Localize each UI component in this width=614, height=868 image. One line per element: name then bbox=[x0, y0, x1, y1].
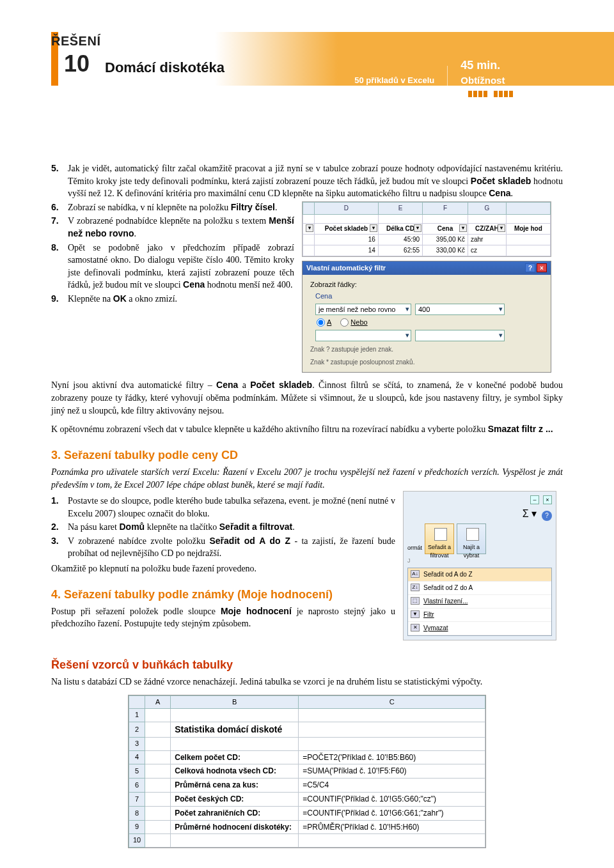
dropdown-icon[interactable]: ▾ bbox=[414, 224, 421, 232]
radio-and[interactable]: A bbox=[317, 318, 331, 327]
formulas-text: Na listu s databází CD se žádné vzorce n… bbox=[51, 676, 563, 688]
dialog-title: Vlastní automatický filtr bbox=[306, 263, 386, 273]
statistics-table-screenshot: A B C 12Statistika domácí diskoté34Celke… bbox=[128, 695, 486, 848]
hint-1: Znak ? zastupuje jeden znak. bbox=[310, 345, 543, 354]
note-older-excel: Poznámka pro uživatele starších verzí Ex… bbox=[51, 466, 563, 491]
menu-filter[interactable]: ▼Filtr bbox=[408, 608, 551, 622]
close-icon[interactable]: × bbox=[537, 263, 547, 272]
dropdown-icon[interactable]: ▾ bbox=[306, 224, 313, 232]
paragraph-filters-active: Nyní jsou aktivní dva automatické filtry… bbox=[51, 379, 563, 417]
difficulty-min: 0 bbox=[460, 88, 465, 100]
page-title: Domácí diskotéka bbox=[105, 58, 224, 78]
show-rows-label: Zobrazit řádky: bbox=[310, 280, 543, 290]
section-label: ŘEŠENÍ bbox=[51, 32, 90, 50]
menu-sort-za[interactable]: Z↓Seřadit od Z do A bbox=[408, 582, 551, 595]
dropdown-icon[interactable]: ▾ bbox=[498, 224, 505, 232]
value2-combo[interactable] bbox=[415, 330, 505, 341]
menu-custom-sort[interactable]: ⬚Vlastní řazení... bbox=[408, 595, 551, 608]
difficulty-box: 45 min. Obtížnost 0 10 bbox=[460, 58, 524, 103]
step-6: 6.Zobrazí se nabídka, v ní klepněte na p… bbox=[51, 201, 294, 214]
section-number: 10 bbox=[51, 52, 90, 75]
sort-menu: A↓Seřadit od A do Z Z↓Seřadit od Z do A … bbox=[407, 568, 552, 636]
step-7: 7.V zobrazené podnabídce klepněte na pol… bbox=[51, 215, 294, 240]
book-subtitle: 50 příkladů v Excelu bbox=[354, 75, 434, 86]
operator2-combo[interactable] bbox=[315, 330, 411, 341]
step-8: 8.Opět se podobně jako v předchozím příp… bbox=[51, 242, 294, 291]
difficulty-pointer-icon bbox=[486, 98, 492, 103]
filter-field-label: Cena bbox=[315, 291, 543, 301]
menu-sort-az[interactable]: A↓Seřadit od A do Z bbox=[408, 568, 551, 582]
sort-step-1: 1.Postavte se do sloupce, podle kterého … bbox=[51, 495, 563, 520]
sort-step-2: 2.Na pásu karet Domů klepněte na tlačítk… bbox=[51, 521, 563, 534]
paragraph-clear-filter: K opětovnému zobrazení všech dat v tabul… bbox=[51, 423, 563, 436]
sort-step-3: 3.V zobrazené nabídce zvolte položku Seř… bbox=[51, 535, 563, 560]
heading-sort-price: 3. Seřazení tabulky podle ceny CD bbox=[51, 447, 563, 463]
menu-clear[interactable]: ✕Vymazat bbox=[408, 622, 551, 635]
help-icon[interactable]: ? bbox=[525, 263, 535, 272]
step-5: 5. Jak je vidět, automatický filtr začal… bbox=[51, 162, 563, 200]
value-combo[interactable]: 400 bbox=[415, 304, 505, 315]
radio-or[interactable]: Nebo bbox=[340, 318, 367, 327]
excel-table-screenshot: D E F G ▾ Počet skladeb▾ Délka CD▾ Cena▾ bbox=[302, 201, 551, 257]
difficulty-label: Obtížnost bbox=[460, 74, 524, 87]
dropdown-icon[interactable]: ▾ bbox=[459, 224, 467, 232]
difficulty-bars bbox=[468, 91, 513, 97]
step-9: 9.Klepněte na OK a okno zmizí. bbox=[51, 293, 294, 306]
hint-2: Znak * zastupuje posloupnost znaků. bbox=[310, 358, 543, 367]
duration-label: 45 min. bbox=[460, 58, 524, 74]
difficulty-max: 10 bbox=[516, 88, 524, 100]
heading-formulas: Řešení vzorců v buňkách tabulky bbox=[51, 657, 563, 673]
operator-combo[interactable]: je menší než nebo rovno bbox=[315, 304, 411, 315]
dropdown-icon[interactable]: ▾ bbox=[370, 224, 377, 232]
custom-autofilter-dialog: Vlastní automatický filtr ?× Zobrazit řá… bbox=[302, 261, 551, 373]
